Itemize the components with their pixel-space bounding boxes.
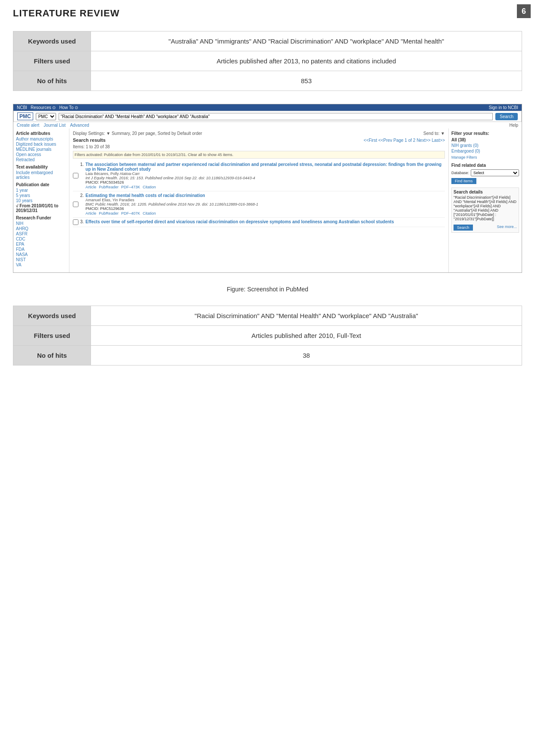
filters-value-2: Articles published after 2010, Full-Text <box>91 326 522 346</box>
items-count: Items: 1 to 20 of 38 <box>73 144 445 149</box>
article-3-title[interactable]: Effects over time of self-reported direc… <box>85 219 394 224</box>
database-dropdown[interactable]: Select <box>471 169 519 176</box>
article-1-checkbox[interactable] <box>73 162 78 189</box>
keywords-value: "Australia" AND "immigrants" AND "Racial… <box>91 31 522 51</box>
va-item[interactable]: VA <box>16 262 66 267</box>
article-3-content: Effects over time of self-reported direc… <box>85 219 394 225</box>
article-1-title[interactable]: The association between maternal and par… <box>85 162 445 172</box>
article-1-pmcid: PMCID: PMC5034526 <box>85 180 445 184</box>
10years-item[interactable]: 10 years <box>16 198 66 203</box>
search-details-button[interactable]: Search <box>454 225 473 231</box>
retracted-item[interactable]: Retracted <box>16 157 66 162</box>
nist-item[interactable]: NIST <box>16 257 66 262</box>
article-1-pdf-link[interactable]: PDF–473K <box>121 185 140 189</box>
article-attributes-section: Article attributes Author manuscripts Di… <box>16 131 66 162</box>
filters-label-2: Filters used <box>13 326 91 346</box>
research-funder-title: Research Funder <box>16 216 66 220</box>
article-1-article-link[interactable]: Article <box>85 185 96 189</box>
page-header: LITERATURE REVIEW <box>0 0 535 23</box>
article-1-num: 1. <box>80 162 84 189</box>
howto-link[interactable]: How To ⊙ <box>59 105 78 110</box>
medline-journals-item[interactable]: MEDLINE journals <box>16 147 66 152</box>
ahrq-item[interactable]: AHRQ <box>16 226 66 231</box>
article-1-content: The association between maternal and par… <box>85 162 445 189</box>
article-2-authors: Amanuel Elias, Yin Paradies <box>85 198 258 202</box>
article-attributes-title: Article attributes <box>16 131 66 136</box>
nasa-item[interactable]: NASA <box>16 252 66 257</box>
article-item-2: 2. Estimating the mental health costs of… <box>73 191 445 218</box>
display-settings[interactable]: Display Settings: ▼ Summary, 20 per page… <box>73 131 202 136</box>
ncbi-link[interactable]: NCBI <box>17 105 27 110</box>
1year-item[interactable]: 1 year <box>16 188 66 193</box>
resources-link[interactable]: Resources ⊙ <box>31 105 56 110</box>
search-details-section: Search details "Racial Discrimination"[A… <box>451 187 519 233</box>
cdc-item[interactable]: CDC <box>16 237 66 241</box>
article-3-checkbox[interactable] <box>73 219 78 225</box>
publication-date-title: Publication date <box>16 182 66 187</box>
page-title: LITERATURE REVIEW <box>13 8 120 19</box>
epa-item[interactable]: EPA <box>16 242 66 247</box>
date-range-item[interactable]: √ From 2010/01/01 to 2019/12/31 <box>16 203 66 213</box>
results-header: Search results <<First <<Prev Page 1 of … <box>73 137 445 143</box>
filter-embargoed[interactable]: Embargoed (0) <box>451 149 519 153</box>
nih-item[interactable]: NIH <box>16 221 66 226</box>
filter-results-title: Filter your results: <box>451 131 519 136</box>
pubmed-sub-links: Create alert Journal List Advanced Help <box>13 122 522 128</box>
article-2-article-link[interactable]: Article <box>85 211 96 216</box>
find-related-title: Find related data <box>451 163 519 168</box>
filter-all[interactable]: All (38) <box>451 137 519 142</box>
filter-notice: Filters activated: Publication date from… <box>73 151 445 159</box>
database-row: Database: Select <box>451 169 519 176</box>
send-to[interactable]: Send to: ▼ <box>423 131 445 136</box>
filters-row: Filters used Articles published after 20… <box>13 51 522 71</box>
article-2-citation-link[interactable]: Citation <box>143 211 156 216</box>
hits-row-2: No of hits 38 <box>13 346 522 366</box>
asfr-item[interactable]: ASFR <box>16 231 66 236</box>
article-1-pubreader-link[interactable]: PubReader <box>99 185 119 189</box>
filters-row-2: Filters used Articles published after 20… <box>13 326 522 346</box>
author-manuscripts-item[interactable]: Author manuscripts <box>16 137 66 141</box>
find-related-section: Find related data Database: Select Find … <box>451 163 519 184</box>
article-3-header: 3. Effects over time of self-reported di… <box>73 219 445 225</box>
see-more-link[interactable]: See more... <box>497 225 517 229</box>
sign-in-link[interactable]: Sign in to NCBI <box>489 105 518 110</box>
pubmed-body: Article attributes Author manuscripts Di… <box>13 128 522 272</box>
first-info-table: Keywords used "Australia" AND "immigrant… <box>13 31 522 91</box>
keywords-row: Keywords used "Australia" AND "immigrant… <box>13 31 522 51</box>
help-link[interactable]: Help <box>509 123 518 128</box>
keywords-row-2: Keywords used "Racial Discrimination" AN… <box>13 306 522 326</box>
article-2-num: 2. <box>80 193 84 216</box>
results-title: Search results <box>73 137 106 143</box>
database-select[interactable]: PMC <box>36 113 56 120</box>
article-2-pubreader-link[interactable]: PubReader <box>99 211 119 216</box>
pubmed-search-bar: PMC PMC Search <box>13 111 522 122</box>
article-1-header: 1. The association between maternal and … <box>73 162 445 189</box>
include-embargoed-item[interactable]: Include embargoed articles <box>16 170 66 180</box>
journal-list-link[interactable]: Journal List <box>44 123 66 128</box>
article-2-title[interactable]: Estimating the mental health costs of ra… <box>85 193 258 198</box>
second-info-table: Keywords used "Racial Discrimination" AN… <box>13 306 522 366</box>
search-input[interactable] <box>59 113 493 120</box>
open-access-item[interactable]: Open access <box>16 152 66 157</box>
find-items-button[interactable]: Find items <box>451 178 476 184</box>
article-2-checkbox[interactable] <box>73 193 78 216</box>
article-item-3: 3. Effects over time of self-reported di… <box>73 218 445 227</box>
article-1-authors: Laia Bécares, Polly Atatoa-Carr <box>85 172 445 176</box>
hits-label-2: No of hits <box>13 346 91 366</box>
manage-filters-link[interactable]: Manage Filters <box>451 155 519 159</box>
article-1-links: Article PubReader PDF–473K Citation <box>85 185 445 189</box>
article-1-citation-link[interactable]: Citation <box>143 185 156 189</box>
create-alert-link[interactable]: Create alert <box>17 123 39 128</box>
article-2-pdf-link[interactable]: PDF–407K <box>121 211 140 216</box>
digitized-back-issues-item[interactable]: Digitized back issues <box>16 142 66 147</box>
search-button[interactable]: Search <box>495 113 518 120</box>
pubmed-screenshot: NCBI Resources ⊙ How To ⊙ Sign in to NCB… <box>13 104 522 273</box>
fda-item[interactable]: FDA <box>16 247 66 252</box>
5years-item[interactable]: 5 years <box>16 193 66 198</box>
advanced-link[interactable]: Advanced <box>70 123 89 128</box>
article-2-header: 2. Estimating the mental health costs of… <box>73 193 445 216</box>
results-nav[interactable]: <<First <<Prev Page 1 of 2 Next>> Last>> <box>364 138 445 143</box>
filter-nih-grants[interactable]: NIH grants (0) <box>451 143 519 148</box>
filters-value: Articles published after 2013, no patent… <box>91 51 522 71</box>
pmc-logo: PMC <box>17 112 33 120</box>
